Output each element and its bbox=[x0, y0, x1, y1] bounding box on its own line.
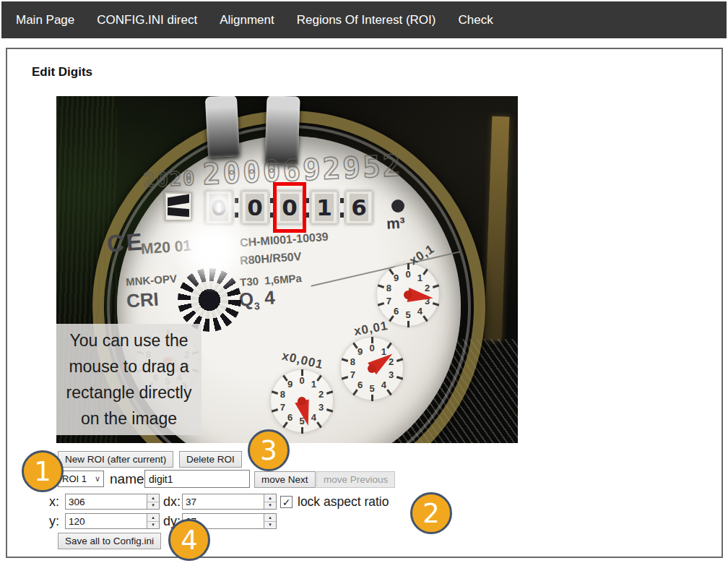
spinner-up-icon: ▴ bbox=[147, 494, 159, 502]
y-spinner[interactable]: ▴▾ bbox=[147, 514, 159, 528]
nav-check[interactable]: Check bbox=[458, 13, 493, 27]
roi-select[interactable]: ROI 1 ∨ bbox=[58, 471, 104, 487]
brass-reflection bbox=[485, 116, 510, 341]
counter-digit: 6 bbox=[345, 191, 373, 224]
annotation-badge-4: 4 bbox=[168, 519, 210, 561]
spinner-down-icon: ▾ bbox=[147, 502, 159, 510]
light-glare bbox=[198, 183, 241, 226]
chevron-down-icon: ∨ bbox=[95, 474, 103, 484]
check-icon: ✓ bbox=[282, 497, 291, 508]
nav-alignment[interactable]: Alignment bbox=[220, 13, 274, 27]
decimal-dot bbox=[391, 199, 404, 212]
x-input[interactable]: ▴▾ bbox=[65, 494, 160, 510]
spinner-up-icon: ▴ bbox=[264, 494, 276, 502]
x-value-field[interactable] bbox=[66, 494, 147, 509]
top-nav: Main Page CONFIG.INI direct Alignment Re… bbox=[1, 1, 727, 38]
spinner-down-icon: ▾ bbox=[264, 522, 276, 529]
dx-value-field[interactable] bbox=[183, 494, 264, 509]
counter-digit: 1 bbox=[311, 191, 338, 224]
hint-overlay: You can use the mouse to drag a rectangl… bbox=[56, 324, 202, 435]
type-text: CRI bbox=[126, 288, 160, 312]
name-label: name: bbox=[110, 471, 148, 487]
x-label: x: bbox=[49, 494, 59, 510]
meter-photo[interactable]: 2020 2000692952 0 0 0 1 6 m³ CE M20 01 C… bbox=[56, 96, 518, 443]
nav-roi[interactable]: Regions Of Interest (ROI) bbox=[297, 13, 436, 27]
x-spinner[interactable]: ▴▾ bbox=[147, 494, 159, 509]
spinner-up-icon: ▴ bbox=[147, 514, 159, 522]
dial-x0-1: 0123456789 bbox=[375, 262, 441, 328]
spinner-down-icon: ▾ bbox=[264, 502, 276, 510]
nav-config-ini[interactable]: CONFIG.INI direct bbox=[97, 13, 197, 27]
lock-aspect-label: lock aspect ratio bbox=[298, 494, 389, 510]
unit-label: m³ bbox=[386, 214, 405, 232]
ce-mark: CE bbox=[106, 228, 145, 258]
move-previous-button[interactable]: move Previous bbox=[316, 471, 395, 488]
digit-separator bbox=[340, 198, 344, 218]
y-input[interactable]: ▴▾ bbox=[65, 513, 160, 529]
annotation-badge-3: 3 bbox=[248, 429, 290, 471]
nav-main-page[interactable]: Main Page bbox=[16, 13, 74, 27]
lock-aspect-checkbox[interactable]: ✓ bbox=[280, 496, 292, 508]
annotation-badge-2: 2 bbox=[410, 492, 452, 534]
move-next-button[interactable]: move Next bbox=[254, 471, 316, 488]
dial-x0-001: 0123456789 bbox=[269, 368, 335, 434]
spinner-up-icon: ▴ bbox=[264, 514, 276, 522]
save-config-button[interactable]: Save all to Config.ini bbox=[58, 533, 161, 549]
y-value-field[interactable] bbox=[66, 514, 147, 528]
y-label: y: bbox=[49, 514, 59, 529]
dial-x0-01: 0123456789 bbox=[339, 335, 405, 402]
dx-spinner[interactable]: ▴▾ bbox=[264, 494, 276, 509]
roi-name-input[interactable] bbox=[144, 470, 250, 488]
spinner-down-icon: ▾ bbox=[147, 522, 159, 529]
annotation-badge-1: 1 bbox=[22, 450, 64, 492]
dx-input[interactable]: ▴▾ bbox=[182, 494, 277, 510]
roi-rectangle[interactable] bbox=[273, 182, 306, 233]
delete-roi-button[interactable]: Delete ROI bbox=[179, 451, 242, 468]
meter-stamp-year: 2020 bbox=[143, 167, 196, 192]
page-title: Edit Digits bbox=[32, 65, 92, 80]
roi-select-value: ROI 1 bbox=[62, 473, 87, 484]
new-roi-button[interactable]: New ROI (after current) bbox=[58, 451, 173, 468]
dx-label: dx: bbox=[163, 494, 181, 510]
metal-clip bbox=[205, 96, 240, 158]
dy-spinner[interactable]: ▴▾ bbox=[264, 514, 276, 528]
